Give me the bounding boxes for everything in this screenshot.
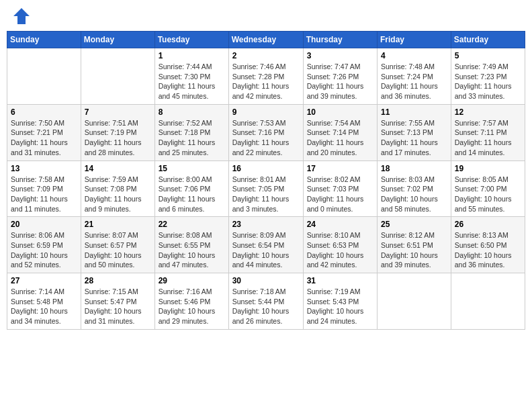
day-info: Sunrise: 8:01 AM Sunset: 7:05 PM Dayligh… [232,175,300,214]
day-number: 13 [11,164,77,173]
day-number: 22 [159,220,225,229]
calendar-cell: 17Sunrise: 8:02 AM Sunset: 7:03 PM Dayli… [303,161,377,217]
calendar-cell: 10Sunrise: 7:54 AM Sunset: 7:14 PM Dayli… [303,104,377,161]
day-info: Sunrise: 7:51 AM Sunset: 7:19 PM Dayligh… [85,118,151,158]
calendar-cell: 23Sunrise: 8:09 AM Sunset: 6:54 PM Dayli… [228,217,303,273]
calendar-cell: 26Sunrise: 8:13 AM Sunset: 6:50 PM Dayli… [451,217,525,273]
day-info: Sunrise: 8:13 AM Sunset: 6:50 PM Dayligh… [455,230,521,270]
calendar-cell: 24Sunrise: 8:10 AM Sunset: 6:53 PM Dayli… [303,217,377,273]
calendar-cell: 3Sunrise: 7:47 AM Sunset: 7:26 PM Daylig… [303,48,377,105]
day-number: 10 [307,107,373,117]
svg-marker-0 [13,8,30,24]
day-info: Sunrise: 8:03 AM Sunset: 7:02 PM Dayligh… [381,175,447,214]
calendar-cell [81,48,154,105]
day-info: Sunrise: 7:14 AM Sunset: 5:48 PM Dayligh… [11,287,77,326]
page-header [7,7,525,26]
day-info: Sunrise: 7:48 AM Sunset: 7:24 PM Dayligh… [381,62,447,101]
calendar-cell: 5Sunrise: 7:49 AM Sunset: 7:23 PM Daylig… [451,48,525,105]
day-number: 31 [307,276,373,285]
calendar-cell: 18Sunrise: 8:03 AM Sunset: 7:02 PM Dayli… [378,161,451,217]
calendar-cell: 14Sunrise: 7:59 AM Sunset: 7:08 PM Dayli… [81,161,154,217]
day-number: 29 [159,276,225,285]
day-info: Sunrise: 7:53 AM Sunset: 7:16 PM Dayligh… [232,118,300,158]
weekday-header-saturday: Saturday [451,32,525,48]
day-info: Sunrise: 7:47 AM Sunset: 7:26 PM Dayligh… [307,62,373,101]
day-info: Sunrise: 8:07 AM Sunset: 6:57 PM Dayligh… [85,230,151,270]
day-info: Sunrise: 8:00 AM Sunset: 7:06 PM Dayligh… [159,175,225,214]
day-info: Sunrise: 8:09 AM Sunset: 6:54 PM Dayligh… [232,230,300,270]
calendar-cell: 19Sunrise: 8:05 AM Sunset: 7:00 PM Dayli… [451,161,525,217]
day-info: Sunrise: 8:12 AM Sunset: 6:51 PM Dayligh… [381,230,447,270]
weekday-header-tuesday: Tuesday [154,32,228,48]
calendar-cell: 9Sunrise: 7:53 AM Sunset: 7:16 PM Daylig… [228,104,303,161]
calendar-cell: 28Sunrise: 7:15 AM Sunset: 5:47 PM Dayli… [81,273,154,330]
day-number: 18 [381,164,447,173]
day-number: 23 [232,220,300,229]
day-number: 20 [11,220,77,229]
calendar-cell: 15Sunrise: 8:00 AM Sunset: 7:06 PM Dayli… [154,161,228,217]
day-info: Sunrise: 8:08 AM Sunset: 6:55 PM Dayligh… [159,230,225,270]
day-number: 30 [232,276,300,285]
day-number: 15 [159,164,225,173]
day-number: 3 [307,51,373,60]
logo [9,7,31,26]
day-number: 7 [85,107,151,117]
day-number: 21 [85,220,151,229]
day-info: Sunrise: 7:50 AM Sunset: 7:21 PM Dayligh… [11,118,77,158]
calendar-week-row: 1Sunrise: 7:44 AM Sunset: 7:30 PM Daylig… [7,48,525,105]
day-info: Sunrise: 8:05 AM Sunset: 7:00 PM Dayligh… [455,175,521,214]
day-info: Sunrise: 7:52 AM Sunset: 7:18 PM Dayligh… [159,118,225,158]
day-number: 2 [232,51,300,60]
day-number: 5 [455,51,521,60]
day-info: Sunrise: 8:02 AM Sunset: 7:03 PM Dayligh… [307,175,373,214]
calendar-table: SundayMondayTuesdayWednesdayThursdayFrid… [7,31,525,330]
calendar-cell: 11Sunrise: 7:55 AM Sunset: 7:13 PM Dayli… [378,104,451,161]
day-number: 17 [307,164,373,173]
day-number: 26 [455,220,521,229]
weekday-header-sunday: Sunday [7,32,81,48]
day-number: 6 [11,107,77,117]
calendar-cell: 16Sunrise: 8:01 AM Sunset: 7:05 PM Dayli… [228,161,303,217]
calendar-cell: 27Sunrise: 7:14 AM Sunset: 5:48 PM Dayli… [7,273,81,330]
day-info: Sunrise: 7:18 AM Sunset: 5:44 PM Dayligh… [232,287,300,326]
calendar-cell: 2Sunrise: 7:46 AM Sunset: 7:28 PM Daylig… [228,48,303,105]
calendar-cell [7,48,81,105]
day-info: Sunrise: 8:10 AM Sunset: 6:53 PM Dayligh… [307,230,373,270]
day-info: Sunrise: 7:44 AM Sunset: 7:30 PM Dayligh… [159,62,225,101]
calendar-cell [451,273,525,330]
calendar-cell: 30Sunrise: 7:18 AM Sunset: 5:44 PM Dayli… [228,273,303,330]
weekday-header-wednesday: Wednesday [228,32,303,48]
calendar-cell: 29Sunrise: 7:16 AM Sunset: 5:46 PM Dayli… [154,273,228,330]
calendar-cell: 4Sunrise: 7:48 AM Sunset: 7:24 PM Daylig… [378,48,451,105]
calendar-week-row: 27Sunrise: 7:14 AM Sunset: 5:48 PM Dayli… [7,273,525,330]
day-info: Sunrise: 7:54 AM Sunset: 7:14 PM Dayligh… [307,118,373,158]
logo-icon [12,7,31,26]
calendar-week-row: 13Sunrise: 7:58 AM Sunset: 7:09 PM Dayli… [7,161,525,217]
weekday-header-row: SundayMondayTuesdayWednesdayThursdayFrid… [7,32,525,48]
calendar-week-row: 20Sunrise: 8:06 AM Sunset: 6:59 PM Dayli… [7,217,525,273]
day-info: Sunrise: 7:49 AM Sunset: 7:23 PM Dayligh… [455,62,521,101]
calendar-cell: 21Sunrise: 8:07 AM Sunset: 6:57 PM Dayli… [81,217,154,273]
day-info: Sunrise: 7:19 AM Sunset: 5:43 PM Dayligh… [307,287,373,326]
day-number: 25 [381,220,447,229]
weekday-header-friday: Friday [378,32,451,48]
day-number: 16 [232,164,300,173]
calendar-cell: 20Sunrise: 8:06 AM Sunset: 6:59 PM Dayli… [7,217,81,273]
day-number: 14 [85,164,151,173]
calendar-cell: 7Sunrise: 7:51 AM Sunset: 7:19 PM Daylig… [81,104,154,161]
day-info: Sunrise: 7:46 AM Sunset: 7:28 PM Dayligh… [232,62,300,101]
day-info: Sunrise: 7:55 AM Sunset: 7:13 PM Dayligh… [381,118,447,158]
day-number: 9 [232,107,300,117]
calendar-cell: 6Sunrise: 7:50 AM Sunset: 7:21 PM Daylig… [7,104,81,161]
day-number: 24 [307,220,373,229]
calendar-week-row: 6Sunrise: 7:50 AM Sunset: 7:21 PM Daylig… [7,104,525,161]
day-info: Sunrise: 7:57 AM Sunset: 7:11 PM Dayligh… [455,118,521,158]
calendar-cell: 12Sunrise: 7:57 AM Sunset: 7:11 PM Dayli… [451,104,525,161]
day-info: Sunrise: 7:16 AM Sunset: 5:46 PM Dayligh… [159,287,225,326]
day-number: 8 [159,107,225,117]
weekday-header-monday: Monday [81,32,154,48]
calendar-cell: 31Sunrise: 7:19 AM Sunset: 5:43 PM Dayli… [303,273,377,330]
weekday-header-thursday: Thursday [303,32,377,48]
calendar-cell: 22Sunrise: 8:08 AM Sunset: 6:55 PM Dayli… [154,217,228,273]
day-number: 1 [159,51,225,60]
